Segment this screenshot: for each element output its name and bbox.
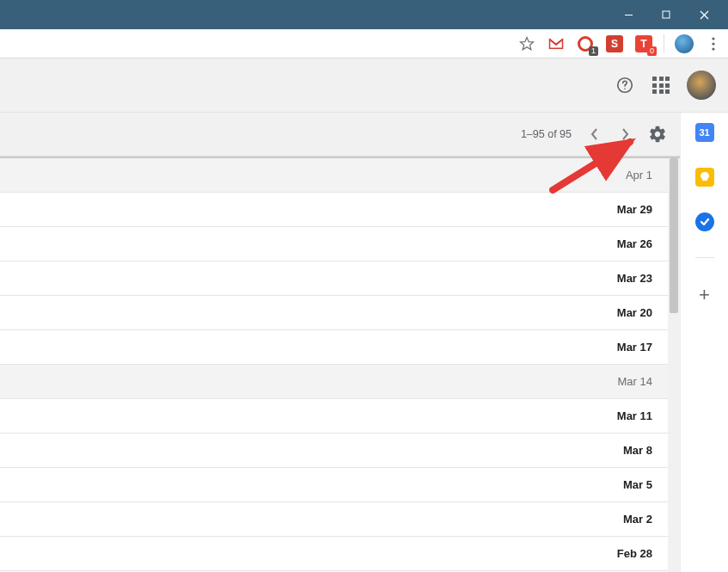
message-date: Mar 14 — [618, 375, 652, 388]
ext-t-icon[interactable]: T 0 — [634, 34, 653, 53]
message-row[interactable]: Mar 11 — [0, 399, 680, 434]
gmail-header — [0, 58, 728, 113]
gmail-ext-icon[interactable] — [547, 34, 566, 53]
maximize-button[interactable] — [647, 3, 685, 27]
keep-addon-icon[interactable] — [695, 168, 714, 187]
message-date: Apr 1 — [626, 169, 652, 181]
scrollbar-track[interactable] — [668, 158, 680, 572]
message-date: Mar 29 — [617, 203, 652, 216]
profile-avatar[interactable] — [687, 71, 716, 100]
message-date: Mar 11 — [617, 409, 652, 422]
svg-point-9 — [624, 88, 626, 89]
ext-s-icon[interactable]: S — [605, 34, 624, 53]
message-row[interactable]: Mar 29 — [0, 193, 680, 227]
minimize-button[interactable] — [609, 3, 647, 27]
browser-menu-icon[interactable] — [704, 34, 723, 53]
message-pane: 1–95 of 95 Apr 1Mar 29Mar 26Mar 23Mar 20… — [0, 113, 680, 572]
profile-avatar-small[interactable] — [675, 34, 694, 53]
message-date: Mar 2 — [623, 513, 652, 526]
message-row[interactable]: Mar 8 — [0, 434, 680, 468]
help-icon[interactable] — [615, 75, 635, 95]
svg-point-5 — [712, 37, 714, 40]
ext-o-icon[interactable]: 1 — [576, 34, 595, 53]
side-panel: 31 + — [680, 113, 728, 572]
message-date: Mar 23 — [617, 272, 652, 285]
svg-rect-1 — [663, 11, 670, 18]
svg-marker-4 — [521, 37, 534, 49]
close-button[interactable] — [685, 3, 723, 27]
get-addons-button[interactable]: + — [699, 284, 710, 306]
message-date: Mar 17 — [617, 341, 652, 354]
next-page-button[interactable] — [616, 126, 633, 143]
tasks-addon-icon[interactable] — [695, 212, 714, 231]
apps-grid-icon[interactable] — [651, 75, 671, 95]
pagination-label: 1–95 of 95 — [521, 128, 572, 140]
message-date: Mar 26 — [617, 237, 652, 250]
message-row[interactable]: Feb 28 — [0, 537, 680, 571]
message-row[interactable]: Mar 26 — [0, 227, 680, 261]
svg-point-7 — [712, 47, 714, 50]
message-list[interactable]: Apr 1Mar 29Mar 26Mar 23Mar 20Mar 17Mar 1… — [0, 157, 680, 572]
message-date: Mar 5 — [623, 478, 652, 491]
calendar-addon-icon[interactable]: 31 — [695, 123, 714, 142]
scrollbar-thumb[interactable] — [670, 158, 678, 313]
svg-point-6 — [712, 42, 714, 45]
message-row[interactable]: Mar 5 — [0, 468, 680, 502]
list-toolbar: 1–95 of 95 — [0, 113, 680, 157]
message-date: Feb 28 — [617, 547, 652, 560]
message-date: Mar 20 — [617, 306, 652, 319]
browser-toolbar: 1 S T 0 — [0, 29, 728, 58]
message-row[interactable]: Mar 17 — [0, 330, 680, 365]
message-row[interactable]: Mar 14 — [0, 365, 680, 399]
window-titlebar — [0, 0, 728, 29]
bookmark-star-icon[interactable] — [517, 34, 536, 53]
message-date: Mar 8 — [623, 444, 652, 457]
message-row[interactable]: Mar 20 — [0, 296, 680, 330]
prev-page-button[interactable] — [585, 126, 603, 143]
settings-gear-icon[interactable] — [647, 124, 668, 145]
message-row[interactable]: Mar 23 — [0, 261, 680, 296]
ext-t-badge: 0 — [647, 46, 657, 56]
message-row[interactable]: Mar 2 — [0, 502, 680, 537]
ext-o-badge: 1 — [589, 46, 598, 56]
side-panel-divider — [695, 257, 714, 258]
toolbar-separator — [664, 34, 664, 53]
message-row[interactable]: Apr 1 — [0, 158, 680, 193]
